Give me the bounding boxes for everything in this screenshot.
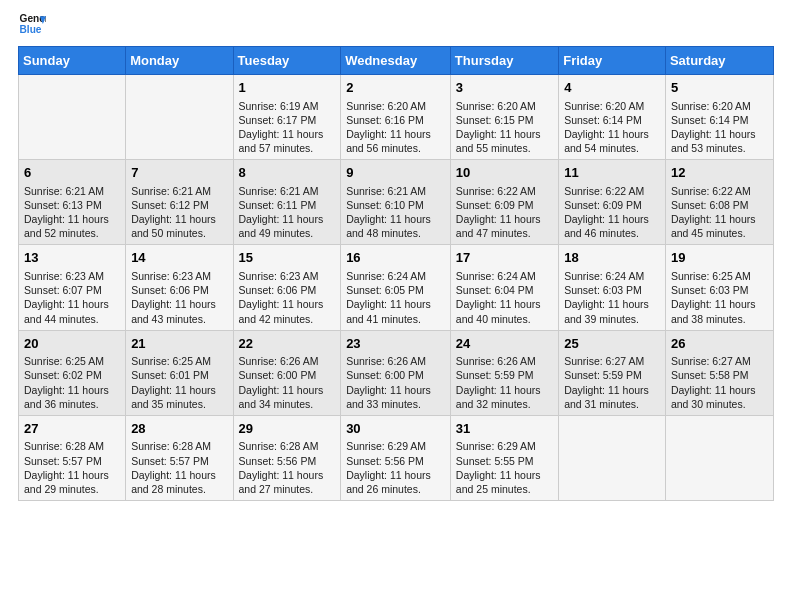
calendar-cell: 17Sunrise: 6:24 AM Sunset: 6:04 PM Dayli… (450, 245, 558, 330)
day-number: 1 (239, 79, 336, 97)
day-number: 26 (671, 335, 768, 353)
calendar-cell: 9Sunrise: 6:21 AM Sunset: 6:10 PM Daylig… (341, 160, 451, 245)
day-number: 20 (24, 335, 120, 353)
day-info: Sunrise: 6:29 AM Sunset: 5:55 PM Dayligh… (456, 439, 553, 496)
day-info: Sunrise: 6:26 AM Sunset: 6:00 PM Dayligh… (346, 354, 445, 411)
calendar-week-row: 6Sunrise: 6:21 AM Sunset: 6:13 PM Daylig… (19, 160, 774, 245)
calendar-cell: 12Sunrise: 6:22 AM Sunset: 6:08 PM Dayli… (665, 160, 773, 245)
day-info: Sunrise: 6:22 AM Sunset: 6:09 PM Dayligh… (564, 184, 660, 241)
day-info: Sunrise: 6:24 AM Sunset: 6:03 PM Dayligh… (564, 269, 660, 326)
day-info: Sunrise: 6:25 AM Sunset: 6:02 PM Dayligh… (24, 354, 120, 411)
calendar-cell: 18Sunrise: 6:24 AM Sunset: 6:03 PM Dayli… (559, 245, 666, 330)
day-info: Sunrise: 6:21 AM Sunset: 6:12 PM Dayligh… (131, 184, 227, 241)
day-info: Sunrise: 6:25 AM Sunset: 6:01 PM Dayligh… (131, 354, 227, 411)
day-info: Sunrise: 6:27 AM Sunset: 5:58 PM Dayligh… (671, 354, 768, 411)
day-number: 13 (24, 249, 120, 267)
weekday-header: Thursday (450, 47, 558, 75)
day-number: 19 (671, 249, 768, 267)
weekday-header: Friday (559, 47, 666, 75)
day-info: Sunrise: 6:27 AM Sunset: 5:59 PM Dayligh… (564, 354, 660, 411)
header: General Blue (18, 10, 774, 38)
day-number: 5 (671, 79, 768, 97)
day-number: 18 (564, 249, 660, 267)
calendar-cell: 25Sunrise: 6:27 AM Sunset: 5:59 PM Dayli… (559, 330, 666, 415)
calendar-cell: 26Sunrise: 6:27 AM Sunset: 5:58 PM Dayli… (665, 330, 773, 415)
day-info: Sunrise: 6:21 AM Sunset: 6:13 PM Dayligh… (24, 184, 120, 241)
day-info: Sunrise: 6:28 AM Sunset: 5:56 PM Dayligh… (239, 439, 336, 496)
calendar-cell: 27Sunrise: 6:28 AM Sunset: 5:57 PM Dayli… (19, 415, 126, 500)
calendar-cell: 11Sunrise: 6:22 AM Sunset: 6:09 PM Dayli… (559, 160, 666, 245)
day-info: Sunrise: 6:21 AM Sunset: 6:10 PM Dayligh… (346, 184, 445, 241)
weekday-header: Tuesday (233, 47, 341, 75)
page: General Blue SundayMondayTuesdayWednesda… (0, 0, 792, 612)
day-number: 21 (131, 335, 227, 353)
day-number: 10 (456, 164, 553, 182)
logo: General Blue (18, 10, 48, 38)
calendar-cell: 21Sunrise: 6:25 AM Sunset: 6:01 PM Dayli… (126, 330, 233, 415)
weekday-header: Sunday (19, 47, 126, 75)
calendar-week-row: 13Sunrise: 6:23 AM Sunset: 6:07 PM Dayli… (19, 245, 774, 330)
day-number: 9 (346, 164, 445, 182)
calendar-cell: 8Sunrise: 6:21 AM Sunset: 6:11 PM Daylig… (233, 160, 341, 245)
day-info: Sunrise: 6:20 AM Sunset: 6:16 PM Dayligh… (346, 99, 445, 156)
calendar-cell: 7Sunrise: 6:21 AM Sunset: 6:12 PM Daylig… (126, 160, 233, 245)
calendar-cell: 20Sunrise: 6:25 AM Sunset: 6:02 PM Dayli… (19, 330, 126, 415)
day-number: 7 (131, 164, 227, 182)
day-number: 31 (456, 420, 553, 438)
calendar-cell: 31Sunrise: 6:29 AM Sunset: 5:55 PM Dayli… (450, 415, 558, 500)
day-info: Sunrise: 6:23 AM Sunset: 6:07 PM Dayligh… (24, 269, 120, 326)
day-number: 25 (564, 335, 660, 353)
day-info: Sunrise: 6:24 AM Sunset: 6:05 PM Dayligh… (346, 269, 445, 326)
calendar-cell: 16Sunrise: 6:24 AM Sunset: 6:05 PM Dayli… (341, 245, 451, 330)
day-number: 22 (239, 335, 336, 353)
calendar-cell: 13Sunrise: 6:23 AM Sunset: 6:07 PM Dayli… (19, 245, 126, 330)
day-info: Sunrise: 6:19 AM Sunset: 6:17 PM Dayligh… (239, 99, 336, 156)
day-info: Sunrise: 6:29 AM Sunset: 5:56 PM Dayligh… (346, 439, 445, 496)
day-number: 24 (456, 335, 553, 353)
weekday-header: Monday (126, 47, 233, 75)
day-number: 29 (239, 420, 336, 438)
calendar-week-row: 27Sunrise: 6:28 AM Sunset: 5:57 PM Dayli… (19, 415, 774, 500)
logo-icon: General Blue (18, 10, 46, 38)
calendar-cell (126, 75, 233, 160)
calendar-cell: 15Sunrise: 6:23 AM Sunset: 6:06 PM Dayli… (233, 245, 341, 330)
day-info: Sunrise: 6:26 AM Sunset: 5:59 PM Dayligh… (456, 354, 553, 411)
day-info: Sunrise: 6:28 AM Sunset: 5:57 PM Dayligh… (24, 439, 120, 496)
day-info: Sunrise: 6:24 AM Sunset: 6:04 PM Dayligh… (456, 269, 553, 326)
day-number: 12 (671, 164, 768, 182)
calendar-cell: 30Sunrise: 6:29 AM Sunset: 5:56 PM Dayli… (341, 415, 451, 500)
day-number: 23 (346, 335, 445, 353)
calendar-week-row: 20Sunrise: 6:25 AM Sunset: 6:02 PM Dayli… (19, 330, 774, 415)
day-info: Sunrise: 6:20 AM Sunset: 6:14 PM Dayligh… (671, 99, 768, 156)
day-info: Sunrise: 6:21 AM Sunset: 6:11 PM Dayligh… (239, 184, 336, 241)
day-info: Sunrise: 6:25 AM Sunset: 6:03 PM Dayligh… (671, 269, 768, 326)
day-number: 27 (24, 420, 120, 438)
calendar-cell: 22Sunrise: 6:26 AM Sunset: 6:00 PM Dayli… (233, 330, 341, 415)
day-number: 3 (456, 79, 553, 97)
day-number: 11 (564, 164, 660, 182)
weekday-header: Saturday (665, 47, 773, 75)
day-number: 15 (239, 249, 336, 267)
day-number: 2 (346, 79, 445, 97)
calendar-cell: 23Sunrise: 6:26 AM Sunset: 6:00 PM Dayli… (341, 330, 451, 415)
calendar-cell (19, 75, 126, 160)
calendar-week-row: 1Sunrise: 6:19 AM Sunset: 6:17 PM Daylig… (19, 75, 774, 160)
calendar-cell: 1Sunrise: 6:19 AM Sunset: 6:17 PM Daylig… (233, 75, 341, 160)
weekday-header: Wednesday (341, 47, 451, 75)
calendar-cell: 10Sunrise: 6:22 AM Sunset: 6:09 PM Dayli… (450, 160, 558, 245)
calendar-cell (665, 415, 773, 500)
day-number: 28 (131, 420, 227, 438)
day-number: 14 (131, 249, 227, 267)
calendar-body: 1Sunrise: 6:19 AM Sunset: 6:17 PM Daylig… (19, 75, 774, 501)
day-number: 16 (346, 249, 445, 267)
calendar-cell: 24Sunrise: 6:26 AM Sunset: 5:59 PM Dayli… (450, 330, 558, 415)
calendar-cell: 29Sunrise: 6:28 AM Sunset: 5:56 PM Dayli… (233, 415, 341, 500)
calendar-cell: 19Sunrise: 6:25 AM Sunset: 6:03 PM Dayli… (665, 245, 773, 330)
calendar-cell: 14Sunrise: 6:23 AM Sunset: 6:06 PM Dayli… (126, 245, 233, 330)
day-info: Sunrise: 6:20 AM Sunset: 6:14 PM Dayligh… (564, 99, 660, 156)
day-info: Sunrise: 6:23 AM Sunset: 6:06 PM Dayligh… (239, 269, 336, 326)
calendar-cell (559, 415, 666, 500)
day-number: 30 (346, 420, 445, 438)
calendar-cell: 5Sunrise: 6:20 AM Sunset: 6:14 PM Daylig… (665, 75, 773, 160)
header-row: SundayMondayTuesdayWednesdayThursdayFrid… (19, 47, 774, 75)
